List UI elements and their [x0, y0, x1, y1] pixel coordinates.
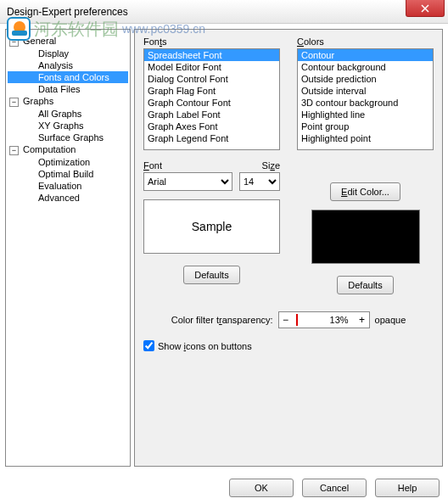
size-label: Size — [239, 160, 280, 171]
tree-item-surface-graphs[interactable]: Surface Graphs — [8, 132, 128, 143]
spinner-minus-button[interactable]: − — [279, 312, 293, 328]
tree-item-all-graphs[interactable]: All Graphs — [8, 108, 128, 120]
edit-color-button[interactable]: Edit Color... — [330, 182, 400, 201]
tree-item-display[interactable]: Display — [8, 48, 128, 59]
size-select[interactable]: 14 — [239, 172, 280, 191]
tree-item-xy-graphs[interactable]: XY Graphs — [8, 120, 128, 132]
list-item[interactable]: Spreadsheet Font — [144, 49, 279, 61]
transparency-value: 13% — [323, 315, 356, 325]
list-item[interactable]: Graph Contour Font — [144, 97, 279, 109]
list-item[interactable]: Outside interval — [298, 85, 433, 97]
colors-panel: Colors Contour Contour background Outsid… — [297, 36, 434, 294]
tree-group-graphs[interactable]: − Graphs — [8, 95, 128, 108]
spinner-track[interactable] — [293, 312, 323, 328]
spinner-plus-button[interactable]: + — [356, 312, 369, 328]
font-sample: Sample — [143, 199, 280, 254]
close-icon — [421, 4, 429, 13]
collapse-icon[interactable]: − — [9, 146, 19, 155]
cancel-button[interactable]: Cancel — [302, 479, 367, 497]
transparency-label: Color filter transparency: — [171, 315, 273, 325]
list-item[interactable]: Graph Label Font — [144, 109, 279, 120]
transparency-row: Color filter transparency: − 13% + opaqu… — [143, 311, 434, 328]
font-label: Font — [143, 160, 232, 171]
list-item[interactable]: Contour background — [298, 61, 433, 73]
help-button[interactable]: Help — [375, 479, 440, 497]
tree-item-advanced[interactable]: Advanced — [8, 192, 128, 204]
dialog-footer: OK Cancel Help — [229, 479, 440, 497]
list-item[interactable]: Dialog Control Font — [144, 73, 279, 85]
show-icons-row: Show icons on buttons — [143, 340, 434, 351]
list-item[interactable]: 3D contour background — [298, 97, 433, 109]
collapse-icon[interactable]: − — [9, 37, 19, 47]
list-item[interactable]: Model Editor Font — [144, 61, 279, 73]
tree-item-data-files[interactable]: Data Files — [8, 83, 128, 95]
show-icons-checkbox[interactable] — [143, 340, 154, 351]
color-preview — [311, 210, 420, 264]
list-item[interactable]: Graph Flag Font — [144, 85, 279, 97]
fonts-label: Fonts — [143, 36, 280, 47]
list-item[interactable]: Highlighted point — [298, 132, 433, 144]
transparency-spinner[interactable]: − 13% + — [278, 311, 370, 328]
show-icons-label[interactable]: Show icons on buttons — [158, 341, 252, 351]
preferences-tree[interactable]: − General Display Analysis Fonts and Col… — [5, 29, 131, 467]
colors-label: Colors — [297, 36, 434, 47]
ok-button[interactable]: OK — [229, 479, 294, 497]
titlebar: Design-Expert preferences — [0, 0, 448, 24]
tree-item-evaluation[interactable]: Evaluation — [8, 180, 128, 192]
list-item[interactable]: Graph Axes Font — [144, 120, 279, 132]
fonts-panel: Fonts Spreadsheet Font Model Editor Font… — [143, 36, 280, 294]
tree-item-analysis[interactable]: Analysis — [8, 59, 128, 71]
tree-item-optimal-build[interactable]: Optimal Build — [8, 168, 128, 180]
tree-group-computation[interactable]: − Computation — [8, 143, 128, 156]
list-item[interactable]: Graph Legend Font — [144, 132, 279, 144]
font-select[interactable]: Arial — [143, 172, 232, 191]
main-panel: Fonts Spreadsheet Font Model Editor Font… — [134, 29, 443, 467]
list-item[interactable]: Highlighted line — [298, 109, 433, 120]
close-button[interactable] — [406, 0, 445, 17]
fonts-defaults-button[interactable]: Defaults — [183, 266, 239, 284]
list-item[interactable]: Contour — [298, 49, 433, 61]
fonts-listbox[interactable]: Spreadsheet Font Model Editor Font Dialo… — [143, 48, 280, 150]
tree-group-general[interactable]: − General — [8, 35, 128, 48]
list-item[interactable]: Point group — [298, 120, 433, 132]
tree-item-fonts-and-colors[interactable]: Fonts and Colors — [8, 71, 128, 83]
tree-item-optimization[interactable]: Optimization — [8, 156, 128, 168]
collapse-icon[interactable]: − — [9, 98, 19, 107]
colors-listbox[interactable]: Contour Contour background Outside predi… — [297, 48, 434, 150]
colors-defaults-button[interactable]: Defaults — [337, 276, 393, 294]
list-item[interactable]: Outside prediction — [298, 73, 433, 85]
window-title: Design-Expert preferences — [7, 6, 128, 18]
transparency-suffix: opaque — [375, 315, 406, 325]
